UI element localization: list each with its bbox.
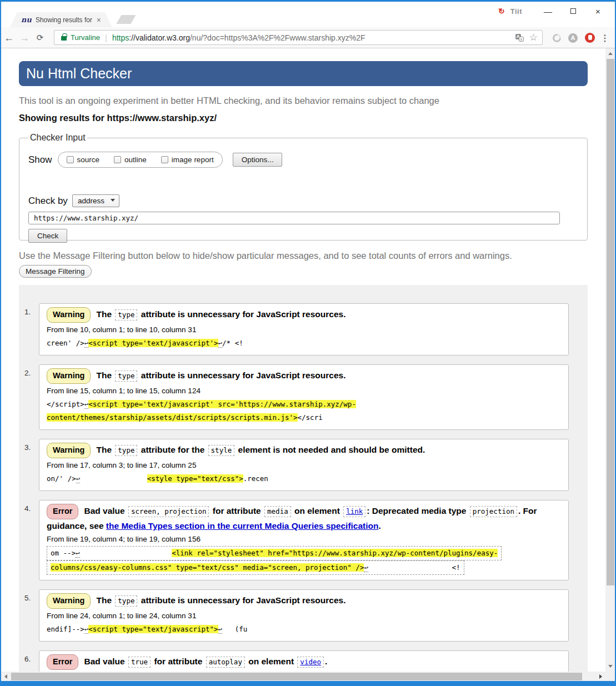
linebreak-icon: ↩ <box>76 549 80 558</box>
message-number: 6. <box>24 655 31 663</box>
translate-icon[interactable]: Aa <box>515 34 524 42</box>
page-content: Nu Html Checker This tool is an ongoing … <box>1 48 615 681</box>
message-card: ErrorBad value true for attribute autopl… <box>39 650 569 672</box>
outline-checkbox[interactable] <box>114 156 121 163</box>
message-card: WarningThe type attribute is unnecessary… <box>39 589 569 642</box>
minimize-button[interactable]: — <box>535 4 560 18</box>
message-text: The type attribute for the style element… <box>96 445 425 454</box>
tab-close-icon[interactable]: × <box>97 16 101 24</box>
message-item: 2. WarningThe type attribute is unnecess… <box>39 364 569 430</box>
reload-button[interactable]: ⟳ <box>32 33 48 42</box>
url-text[interactable]: https://validator.w3.org/nu/?doc=https%3… <box>112 33 515 42</box>
highlighted-code: <script type="text/javascript"> <box>88 625 218 633</box>
document-address-input[interactable] <box>28 212 560 224</box>
code-token: type <box>115 309 137 321</box>
horizontal-scrollbar[interactable] <box>1 672 605 681</box>
scroll-right-icon[interactable] <box>599 674 602 679</box>
element-spec-link[interactable]: link <box>346 507 363 515</box>
code-token: autoplay <box>206 657 245 668</box>
show-options-group: source outline image report <box>58 152 223 168</box>
address-bar[interactable]: Turvaline | https://validator.w3.org/nu/… <box>54 30 543 45</box>
code-text: creen' /> <box>47 339 84 347</box>
scroll-down-icon[interactable] <box>608 665 613 668</box>
message-item: 5. WarningThe type attribute is unnecess… <box>39 589 569 642</box>
guidance-link[interactable]: the Media Types section in the current M… <box>106 521 379 530</box>
scroll-left-icon[interactable] <box>4 674 7 679</box>
code-extract-line: columns/css/easy-columns.css" type="text… <box>47 560 464 575</box>
vertical-scrollbar[interactable] <box>605 48 615 672</box>
extension-donut-icon[interactable] <box>551 32 563 43</box>
page-title: Nu Html Checker <box>19 61 588 86</box>
highlighted-code: <script type='text/javascript' src='http… <box>88 400 356 408</box>
code-extract-line: endif]-->↩<script type="text/javascript"… <box>47 623 561 636</box>
check-button[interactable]: Check <box>28 229 67 243</box>
message-number: 4. <box>24 504 31 513</box>
message-badge: Error <box>47 654 78 670</box>
vertical-scroll-thumb[interactable] <box>607 59 614 585</box>
close-button[interactable]: × <box>585 4 610 18</box>
element-spec-link[interactable]: video <box>300 658 321 666</box>
extension-a-icon[interactable]: A <box>568 33 578 43</box>
horizontal-scroll-thumb[interactable] <box>11 673 582 680</box>
message-location: From line 17, column 3; to line 17, colu… <box>47 460 561 470</box>
show-label: Show <box>28 154 52 166</box>
highlighted-code: <script type='text/javascript'> <box>88 339 218 347</box>
highlighted-code: <style type="text/css"> <box>147 474 243 483</box>
message-badge: Warning <box>47 368 91 384</box>
secure-lock-icon[interactable] <box>61 36 67 41</box>
message-card: ErrorBad value screen, projection for at… <box>39 500 569 580</box>
forward-button[interactable]: → <box>17 33 32 43</box>
browser-window: nu Showing results for https × ↻! Tiit —… <box>0 0 616 686</box>
message-filtering-button[interactable]: Message Filtering <box>19 265 92 278</box>
message-location: From line 10, column 1; to line 10, colu… <box>47 325 561 335</box>
code-text: om --> <box>51 549 76 557</box>
browser-toolbar: ← → ⟳ Turvaline | https://validator.w3.o… <box>1 27 615 48</box>
results-list: 1. WarningThe type attribute is unnecess… <box>19 285 588 672</box>
code-text: .recen <box>243 474 268 483</box>
sync-error-icon[interactable]: ↻! <box>498 7 505 15</box>
code-extract: creen' />↩<script type='text/javascript'… <box>47 337 561 350</box>
message-number: 3. <box>24 443 31 452</box>
code-text: <! <box>368 563 460 572</box>
code-token: media <box>264 506 291 517</box>
message-badge: Warning <box>47 443 91 458</box>
check-by-label: Check by <box>28 196 68 207</box>
code-extract: on/' />↩ <style type="text/css">.recen <box>47 472 561 485</box>
back-button[interactable]: ← <box>1 33 17 43</box>
highlighted-code: columns/css/easy-columns.css" type="text… <box>51 563 364 572</box>
code-token: type <box>115 595 137 607</box>
bookmark-star-icon[interactable]: ☆ <box>529 33 538 42</box>
checker-input-legend: Checker Input <box>28 133 87 143</box>
chevron-down-icon <box>111 199 115 202</box>
message-card: WarningThe type attribute for the style … <box>39 439 569 491</box>
code-token: link <box>343 506 365 517</box>
code-text: /* <! <box>222 339 243 347</box>
linebreak-icon: ↩ <box>364 564 368 572</box>
new-tab-button[interactable] <box>116 15 136 24</box>
check-by-select[interactable]: address <box>72 194 119 207</box>
highlighted-code: <link rel="stylesheet" href="https://www… <box>172 549 498 557</box>
code-extract-line: creen' />↩<script type='text/javascript'… <box>47 337 561 350</box>
nu-favicon-icon: nu <box>21 16 32 23</box>
security-label: Turvaline <box>71 33 100 42</box>
options-button[interactable]: Options... <box>233 153 283 167</box>
highlighted-code: content/themes/starship/assets/dist/scri… <box>47 413 298 422</box>
source-checkbox[interactable] <box>67 156 74 163</box>
message-badge: Warning <box>47 593 91 609</box>
adblock-extension-icon[interactable] <box>585 33 595 43</box>
code-text: (fu <box>222 625 247 633</box>
maximize-button[interactable] <box>560 4 585 18</box>
code-token: video <box>297 657 324 668</box>
titlebar: nu Showing results for https × ↻! Tiit —… <box>1 2 615 27</box>
image-report-checkbox[interactable] <box>161 156 168 163</box>
code-extract: endif]-->↩<script type="text/javascript"… <box>47 623 561 636</box>
checker-input-fieldset: Checker Input Show source outline image … <box>19 133 588 241</box>
browser-tab[interactable]: nu Showing results for https × <box>10 12 112 27</box>
filter-note: Use the Message Filtering button below t… <box>19 251 588 261</box>
message-text: The type attribute is unnecessary for Ja… <box>96 309 345 319</box>
message-item: 6. ErrorBad value true for attribute aut… <box>39 650 569 672</box>
scroll-up-icon[interactable] <box>608 52 613 55</box>
message-location: From line 19, column 4; to line 19, colu… <box>47 534 561 544</box>
source-checkbox-label: source <box>77 156 100 164</box>
browser-menu-button[interactable]: ⋮ <box>600 33 609 43</box>
